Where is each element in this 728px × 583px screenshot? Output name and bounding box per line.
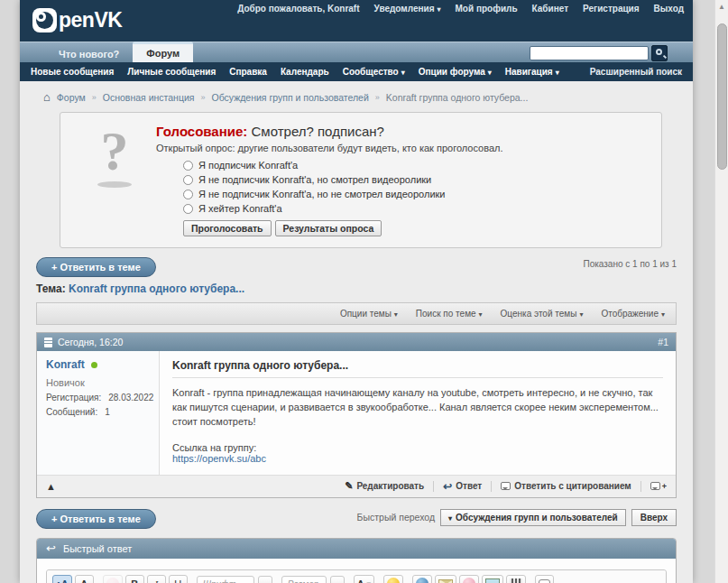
thread-rating-menu[interactable]: Оценка этой темы	[501, 309, 584, 319]
insert-email-button[interactable]	[435, 575, 456, 583]
register-link[interactable]: Регистрация	[583, 4, 640, 14]
content-area: ⌂ Форум » Основная инстанция » Обсуждени…	[20, 81, 693, 583]
nav-community[interactable]: Сообщество	[343, 67, 405, 77]
reply-button[interactable]: ↩ Ответ	[443, 480, 482, 493]
tab-strip: Что нового? Форум	[20, 42, 693, 62]
globe-icon	[416, 578, 429, 583]
thread-options-menu[interactable]: Опции темы	[340, 309, 398, 319]
wrap-quote-button[interactable]	[535, 575, 554, 583]
post-number-link[interactable]: #1	[658, 337, 668, 347]
insert-link-button[interactable]	[412, 575, 432, 583]
vertical-scrollbar: ▲	[714, 0, 728, 583]
nav-forum-options[interactable]: Опции форума	[419, 67, 492, 77]
multi-quote-button[interactable]: +	[650, 482, 667, 491]
search-input[interactable]	[530, 46, 649, 60]
topic-title-link[interactable]: Konraft группа одного ютубера...	[69, 282, 244, 295]
vote-button[interactable]: Проголосовать	[183, 220, 272, 236]
poll-radio[interactable]	[183, 204, 193, 214]
breadcrumb-instance[interactable]: Основная инстанция	[103, 92, 195, 103]
poll-option-label[interactable]: Я не подписчик Konraft'а, но не смотрел …	[198, 189, 446, 199]
scrollbar-thumb[interactable]	[717, 23, 727, 170]
quick-jump-label: Быстрый переход	[357, 512, 436, 523]
paste-icon	[106, 578, 119, 583]
scroll-up-arrow-icon[interactable]: ▲	[718, 3, 725, 11]
breadcrumb-forum[interactable]: Форум	[57, 92, 86, 103]
welcome-text[interactable]: Добро пожаловать, Konraft	[237, 4, 359, 14]
breadcrumb-separator-icon: »	[375, 93, 380, 102]
edit-post-button[interactable]: ✎ Редактировать	[345, 480, 424, 492]
image-icon	[485, 578, 500, 583]
post-footer: ▲ ✎ Редактировать ↩ Ответ Ответить с цит…	[37, 475, 676, 497]
search-area	[530, 45, 668, 61]
font-dropdown-button[interactable]: ▼	[258, 576, 272, 583]
unlink-button[interactable]	[459, 575, 479, 583]
forum-jump-select[interactable]: Обсуждения групп и пользователей	[440, 509, 626, 526]
breadcrumb-separator-icon: »	[200, 93, 205, 102]
italic-button[interactable]: I	[147, 575, 166, 583]
nav-private-messages[interactable]: Личные сообщения	[127, 67, 216, 77]
openvk-logo[interactable]: penVK	[32, 8, 122, 32]
go-top-button[interactable]: Вверх	[631, 509, 677, 526]
poll-label: Голосование:	[156, 124, 247, 139]
bold-button[interactable]: B	[125, 575, 144, 583]
reply-arrow-icon: ↩	[46, 543, 56, 554]
thread-search-menu[interactable]: Поиск по теме	[416, 309, 483, 319]
poll-option-label[interactable]: Я хейтер Konraft'а	[198, 203, 282, 214]
tab-whats-new[interactable]: Что нового?	[45, 45, 133, 62]
breadcrumb-section[interactable]: Обсуждения групп и пользователей	[211, 92, 368, 103]
site-header: Добро пожаловать, Konraft Уведомления Мо…	[20, 0, 693, 42]
registration-date: 28.03.2022	[108, 393, 153, 403]
logout-link[interactable]: Выход	[654, 4, 684, 14]
font-select[interactable]: Шрифт	[197, 576, 254, 583]
advanced-search-link[interactable]: Расширенный поиск	[590, 67, 682, 77]
reply-to-thread-button[interactable]: + Ответить в теме	[36, 509, 156, 529]
post-count-value: 1	[105, 407, 110, 417]
size-select[interactable]: Размер	[281, 576, 327, 583]
editor-toolbar: AA A B I U Шрифт ▼	[47, 570, 666, 583]
wysiwyg-toggle-button[interactable]: AA	[52, 575, 72, 583]
post-title: Konraft группа одного ютубера...	[172, 359, 663, 372]
smilies-button[interactable]	[383, 575, 403, 583]
author-link[interactable]: Konraft	[46, 358, 85, 371]
remove-format-button[interactable]: A	[75, 575, 94, 583]
post-count-label: Сообщений:	[46, 407, 97, 417]
poll-option-label[interactable]: Я подписчик Konraft'а	[198, 160, 298, 171]
cabinet-link[interactable]: Кабинет	[532, 4, 568, 14]
nav-calendar[interactable]: Календарь	[281, 67, 329, 77]
reply-to-thread-button[interactable]: + Ответить в теме	[36, 257, 156, 277]
poll-radio[interactable]	[183, 175, 193, 185]
poll-panel: ? Голосование: Смотрел? подписан? Открыт…	[60, 112, 662, 248]
insert-video-button[interactable]	[506, 575, 526, 583]
post-doc-icon	[44, 338, 52, 347]
insert-image-button[interactable]	[482, 575, 503, 583]
my-profile-link[interactable]: Мой профиль	[456, 4, 518, 14]
font-color-button[interactable]: A	[354, 575, 374, 583]
size-dropdown-button[interactable]: ▼	[330, 576, 345, 583]
quote-bubble-icon	[501, 482, 511, 490]
poll-option: Я не подписчик Konraft'а, но смотрел вид…	[183, 174, 649, 185]
search-button[interactable]	[651, 45, 668, 61]
divider	[640, 481, 641, 492]
report-post-button[interactable]: ▲	[46, 481, 56, 492]
poll-results-button[interactable]: Результаты опроса	[275, 220, 382, 236]
nav-new-messages[interactable]: Новые сообщения	[31, 67, 114, 77]
group-link[interactable]: https://openvk.su/abc	[172, 453, 663, 464]
breadcrumb-separator-icon: »	[92, 93, 97, 102]
poll-radio[interactable]	[183, 161, 193, 171]
registration-label: Регистрация:	[46, 393, 101, 403]
poll-radio[interactable]	[183, 190, 193, 199]
display-menu[interactable]: Отображение	[601, 309, 665, 319]
quote-reply-button[interactable]: Ответить с цитированием	[501, 481, 631, 491]
poll-option-label[interactable]: Я не подписчик Konraft'а, но смотрел вид…	[198, 174, 431, 185]
notifications-menu[interactable]: Уведомления	[374, 4, 441, 14]
online-status-icon	[91, 362, 97, 368]
nav-help[interactable]: Справка	[229, 67, 267, 77]
home-icon[interactable]: ⌂	[43, 93, 51, 102]
tab-forum[interactable]: Форум	[133, 42, 193, 62]
paste-button[interactable]	[103, 575, 123, 583]
underline-button[interactable]: U	[169, 575, 188, 583]
openvk-logo-icon	[32, 8, 57, 32]
nav-navigation[interactable]: Навигация	[505, 67, 559, 77]
speech-bubble-icon	[539, 579, 550, 583]
results-count: Показано с 1 по 1 из 1	[583, 257, 677, 269]
